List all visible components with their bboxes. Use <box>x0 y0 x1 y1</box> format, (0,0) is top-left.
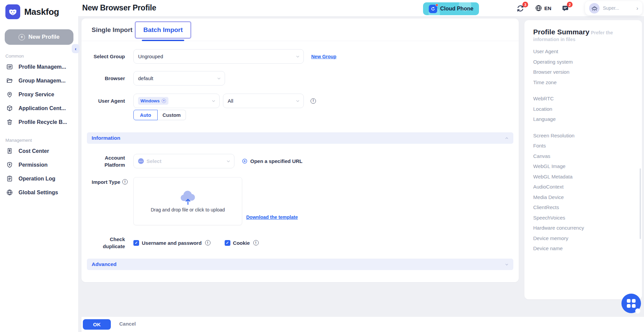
select-group-dropdown[interactable]: Ungrouped <box>133 49 304 64</box>
sidebar-item[interactable]: Profile Managem... <box>0 60 78 74</box>
summary-item: WebRTC <box>533 96 634 106</box>
sidebar-item-label: Application Cent... <box>19 105 66 111</box>
chevron-down-icon <box>226 159 230 163</box>
checkbox-label: Username and password <box>142 240 202 246</box>
summary-item: Time zone <box>533 79 634 90</box>
summary-item: Language <box>533 116 634 127</box>
os-tag-label: Windows <box>140 98 160 103</box>
information-section-header[interactable]: Information <box>87 132 513 144</box>
sidebar-item[interactable]: Proxy Service <box>0 88 78 101</box>
user-menu[interactable]: Super... › <box>585 1 642 15</box>
language-label: EN <box>544 5 551 11</box>
summary-item: Operating system <box>533 59 634 69</box>
browser-label: Browser <box>87 75 125 82</box>
operation-log-icon <box>6 175 13 182</box>
account-platform-dropdown[interactable]: Select <box>133 154 234 168</box>
browser-dropdown[interactable]: default <box>133 71 225 86</box>
checkbox-username-password[interactable]: Username and password <box>133 240 211 246</box>
avatar <box>589 3 600 13</box>
sync-icon[interactable]: 3 <box>516 4 525 13</box>
app-name: Maskfog <box>24 7 59 17</box>
summary-item: Device memory <box>533 235 634 246</box>
tab-batch-import[interactable]: Batch Import <box>135 21 191 39</box>
permission-icon <box>6 161 13 168</box>
user-agent-os-dropdown[interactable]: Windows <box>133 94 220 108</box>
new-browser-profile-panel: Single Import Batch Import Select Group … <box>82 19 519 282</box>
open-url-label: Open a specified URL <box>250 158 302 164</box>
summary-item: AudioContext <box>533 184 634 194</box>
dropzone-text: Drag and drop file or click to upload <box>151 207 225 212</box>
group-management-icon <box>6 77 13 84</box>
cloud-upload-icon <box>179 190 197 205</box>
profile-summary-panel: Profile Summary Prefer the information i… <box>524 20 642 299</box>
download-template-link[interactable]: Download the template <box>246 214 298 220</box>
open-specified-url[interactable]: Open a specified URL <box>242 158 302 164</box>
version-value: All <box>228 98 233 104</box>
application-center-icon <box>6 105 13 112</box>
cancel-button[interactable]: Cancel <box>119 321 136 327</box>
sidebar-management-list: Cost Center Permission Operation Log Glo… <box>0 144 78 199</box>
sidebar-item[interactable]: Global Settings <box>0 186 78 199</box>
sidebar-item[interactable]: Cost Center <box>0 144 78 158</box>
cloud-phone-button[interactable]: Cloud Phone <box>423 2 479 15</box>
proxy-service-icon <box>6 91 13 98</box>
import-type-label: Import Type <box>87 178 125 186</box>
tab-single-import[interactable]: Single Import <box>87 19 137 41</box>
topbar: New Browser Profile Cloud Phone 3 EN 2 <box>78 0 644 16</box>
chevron-down-icon <box>217 76 221 80</box>
language-switcher[interactable]: EN <box>535 4 551 12</box>
sidebar-item-label: Proxy Service <box>19 92 54 98</box>
info-exclamation-icon <box>253 240 259 245</box>
file-dropzone[interactable]: Drag and drop file or click to upload <box>133 177 242 225</box>
browser-value: default <box>138 75 153 81</box>
summary-item: User Agent <box>533 48 634 59</box>
remove-tag-icon[interactable] <box>162 99 166 103</box>
sidebar-item[interactable]: Operation Log <box>0 172 78 186</box>
check-duplicate-label: Check duplicate <box>87 236 125 250</box>
chevron-down-icon <box>505 263 509 266</box>
information-title: Information <box>92 135 120 141</box>
sidebar-item[interactable]: Permission <box>0 158 78 172</box>
summary-item: ClientRects <box>533 204 634 215</box>
info-exclamation-icon <box>311 98 316 104</box>
checkbox-checked-icon[interactable] <box>133 240 139 246</box>
summary-group-2: WebRTCLocationLanguage <box>533 96 634 127</box>
profile-management-icon <box>6 63 13 70</box>
checkbox-checked-icon[interactable] <box>225 240 230 246</box>
globe-icon <box>535 4 542 12</box>
brand: Maskfog <box>0 0 78 19</box>
sidebar-item[interactable]: Group Managem... <box>0 74 78 88</box>
ua-mode-toggle: Auto Custom <box>133 110 186 120</box>
global-settings-icon <box>6 189 13 196</box>
sidebar-item-label: Operation Log <box>19 176 55 182</box>
grid-icon <box>627 299 636 308</box>
summary-item: Canvas <box>533 153 634 164</box>
chevron-up-icon <box>505 136 509 140</box>
chat-icon[interactable]: 2 <box>561 4 570 13</box>
checkbox-cookie[interactable]: Cookie <box>225 240 259 246</box>
new-profile-button[interactable]: New Profile <box>5 29 73 45</box>
info-exclamation-icon <box>205 240 211 245</box>
summary-item: WebGL Image <box>533 163 634 174</box>
cost-center-icon <box>6 147 13 155</box>
summary-item: Hardware concurrency <box>533 225 634 235</box>
auto-mode-button[interactable]: Auto <box>133 110 158 120</box>
sidebar-item[interactable]: Profile Recycle B... <box>0 115 78 129</box>
cloud-phone-label: Cloud Phone <box>440 6 474 12</box>
user-agent-label: User Agent <box>87 97 125 104</box>
scrollbar-thumb[interactable] <box>640 168 641 239</box>
custom-mode-button[interactable]: Custom <box>158 110 186 120</box>
summary-item: Media Device <box>533 194 634 205</box>
sidebar-item-label: Permission <box>19 162 47 168</box>
sidebar-item-label: Global Settings <box>19 190 58 196</box>
advanced-section-header[interactable]: Advanced <box>87 259 513 270</box>
sidebar-item-label: Cost Center <box>19 148 49 154</box>
user-agent-version-dropdown[interactable]: All <box>223 94 304 108</box>
sidebar: Maskfog New Profile Common Profile Manag… <box>0 0 78 332</box>
sidebar-collapse-icon[interactable] <box>72 44 79 53</box>
plus-icon <box>19 34 25 40</box>
new-group-link[interactable]: New Group <box>311 54 336 59</box>
sidebar-item[interactable]: Application Cent... <box>0 101 78 115</box>
chevron-down-icon <box>296 55 300 59</box>
ok-button[interactable]: OK <box>83 319 111 330</box>
